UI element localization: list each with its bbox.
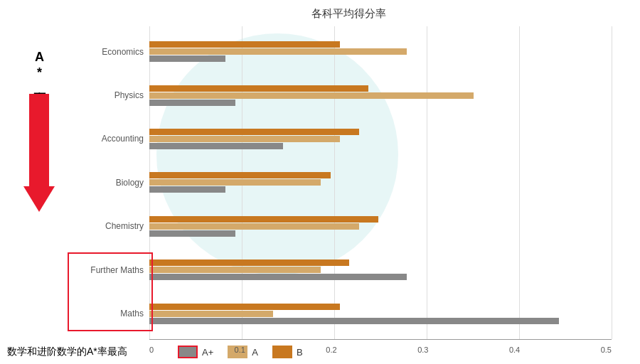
chart-section: 各科平均得分率 EconomicsPhysicsAccountingBiolog…	[64, 7, 626, 357]
bar-group-accounting	[149, 129, 626, 149]
bar-a-maths	[149, 311, 273, 317]
x-label-0.5: 0.5	[601, 346, 612, 354]
bar-group-further-maths	[149, 259, 626, 280]
bar-b-economics	[149, 41, 340, 48]
bar-aplus-physics	[149, 100, 235, 106]
x-label-0.3: 0.3	[417, 346, 428, 354]
bar-b-maths	[149, 304, 340, 310]
arrow-head	[23, 186, 55, 212]
bar-a-chemistry	[149, 223, 359, 230]
main-container: A*率不断升高 各科平均得分率 EconomicsPhysicsAccounti…	[0, 0, 640, 364]
left-section: A*率不断升高	[14, 7, 64, 357]
bar-b-biology	[149, 172, 331, 178]
bars-and-axes: 00.10.20.30.40.5	[149, 26, 626, 357]
bar-aplus-accounting	[149, 143, 283, 149]
bar-aplus-maths	[149, 318, 559, 324]
x-axis: 00.10.20.30.40.5	[149, 339, 612, 357]
bar-aplus-further-maths	[149, 274, 407, 280]
bar-b-accounting	[149, 129, 359, 135]
chart-area: EconomicsPhysicsAccountingBiologyChemist…	[71, 26, 626, 357]
chart-title: 各科平均得分率	[71, 7, 626, 21]
y-label-biology: Biology	[71, 178, 149, 188]
bar-group-biology	[149, 172, 626, 193]
bar-group-maths	[149, 304, 626, 324]
bar-b-chemistry	[149, 216, 378, 223]
arrow-shaft	[29, 94, 49, 186]
y-label-physics: Physics	[71, 90, 149, 100]
further-maths-highlight-box	[68, 252, 153, 331]
bars-container	[149, 26, 626, 339]
bar-b-physics	[149, 85, 368, 92]
x-label-0.4: 0.4	[509, 346, 520, 354]
chart-inner: EconomicsPhysicsAccountingBiologyChemist…	[71, 26, 626, 357]
bar-aplus-economics	[149, 55, 225, 62]
bar-aplus-biology	[149, 186, 225, 193]
bar-a-biology	[149, 179, 321, 186]
x-label-0.2: 0.2	[326, 346, 336, 354]
bar-a-economics	[149, 48, 407, 55]
x-label-0: 0	[149, 346, 154, 354]
x-labels: 00.10.20.30.40.5	[149, 343, 612, 354]
bar-group-physics	[149, 85, 626, 106]
bar-b-further-maths	[149, 259, 349, 266]
bar-a-physics	[149, 92, 474, 99]
bar-group-economics	[149, 41, 626, 62]
bar-a-further-maths	[149, 267, 321, 273]
bar-a-accounting	[149, 136, 340, 142]
arrow-label: A*率不断升高	[30, 50, 48, 88]
y-label-economics: Economics	[71, 47, 149, 57]
bar-aplus-chemistry	[149, 230, 235, 237]
y-label-accounting: Accounting	[71, 134, 149, 144]
x-axis-line	[149, 339, 612, 340]
y-label-chemistry: Chemistry	[71, 221, 149, 231]
bar-group-chemistry	[149, 216, 626, 237]
x-label-0.1: 0.1	[235, 346, 245, 354]
